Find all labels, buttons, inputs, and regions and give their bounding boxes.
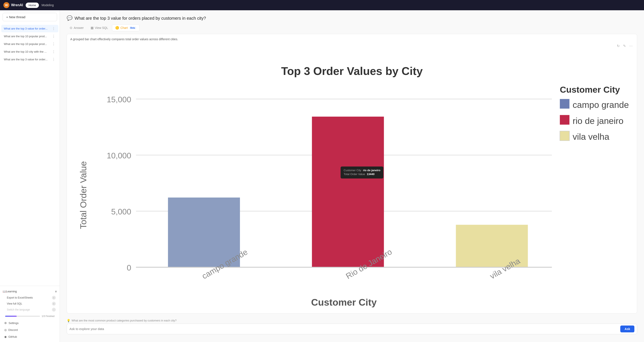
chart-svg: Top 3 Order Values by City Total Order V… [72, 51, 632, 307]
sidebar-top: + New thread [0, 10, 60, 24]
progress-text: 1/3 Finished [42, 315, 54, 317]
learning-item: Switch the language› [2, 307, 57, 313]
edit-button[interactable]: ✎ [622, 44, 627, 48]
discord-icon: ◎ [4, 328, 6, 331]
github-icon: ◉ [4, 335, 6, 338]
sql-icon: ▦ [90, 26, 94, 30]
tab-sql[interactable]: ▦ View SQL [88, 24, 111, 31]
sidebar-bottom: 📖 Learning ∨ Export to Excel/Sheets›View… [0, 286, 60, 342]
progress-bar-fill [5, 316, 17, 317]
svg-text:Customer City: Customer City [560, 85, 620, 95]
ask-bar-container: 💡 What are the most common product categ… [67, 316, 637, 337]
chart-description: A grouped bar chart effectively compares… [70, 38, 634, 41]
hint-icon: 💡 [67, 319, 70, 322]
modeling-nav-btn[interactable]: Modeling [42, 4, 54, 7]
learning-item[interactable]: Export to Excel/Sheets› [2, 295, 57, 301]
learning-arrow-icon: › [52, 302, 56, 306]
thread-item-text: What are the top 3 value for order... [4, 58, 52, 61]
learning-chevron-icon: ∨ [55, 290, 57, 293]
ask-button[interactable]: Ask [620, 325, 634, 332]
ask-bar: Ask [67, 323, 637, 334]
tab-answer[interactable]: ⊙ Answer [67, 24, 87, 31]
thread-item-text: What are the top 3 value for order... [4, 27, 52, 30]
thread-item[interactable]: What are the top 10 popular prod...⋮ [1, 40, 58, 48]
thread-item[interactable]: What are the top 10 popular prod...⋮ [1, 33, 58, 40]
logo-icon: W [4, 2, 10, 8]
chart-icon: 🟡 [115, 26, 119, 30]
main-layout: + New thread What are the top 3 value fo… [0, 10, 644, 342]
svg-text:campo grande: campo grande [573, 100, 629, 110]
svg-rect-19 [560, 131, 570, 141]
thread-item-text: What are the top 10 popular prod... [4, 35, 52, 38]
svg-text:Total Order Value: Total Order Value [78, 161, 88, 229]
thread-dots-icon[interactable]: ⋮ [52, 42, 56, 46]
progress-bar-bg [5, 316, 40, 317]
thread-list: What are the top 3 value for order...⋮Wh… [0, 24, 60, 286]
bar-rio [312, 117, 384, 267]
topnav: W WrenAI Home Modeling [0, 0, 644, 10]
learning-item[interactable]: View full SQL› [2, 301, 57, 307]
sidebar-item-settings[interactable]: ⚙ Settings [1, 320, 58, 326]
chart-card: A grouped bar chart effectively compares… [67, 34, 637, 313]
learning-arrow-icon: › [52, 308, 56, 312]
ask-input[interactable] [70, 327, 618, 331]
progress-bar-container: 1/3 Finished [2, 313, 57, 318]
svg-text:15,000: 15,000 [107, 95, 131, 104]
thread-item-text: What are the top 10 popular prod... [4, 42, 52, 46]
learning-item-label: View full SQL [7, 302, 22, 305]
svg-text:Top 3 Order Values by City: Top 3 Order Values by City [281, 65, 423, 77]
learning-header[interactable]: 📖 Learning ∨ [2, 289, 57, 294]
more-button[interactable]: ⋯ [628, 44, 634, 48]
tabs: ⊙ Answer ▦ View SQL 🟡 Chart Beta [67, 24, 637, 31]
learning-item-label: Export to Excel/Sheets [7, 296, 33, 299]
settings-label: Settings [8, 321, 18, 325]
thread-dots-icon[interactable]: ⋮ [52, 27, 56, 31]
svg-rect-15 [560, 99, 570, 109]
chart-area: Top 3 Order Values by City Total Order V… [70, 49, 634, 310]
svg-text:vila velha: vila velha [573, 132, 610, 142]
svg-text:10,000: 10,000 [107, 151, 131, 160]
thread-item-text: What are the top 10 city with the ... [4, 50, 52, 53]
thread-dots-icon[interactable]: ⋮ [52, 50, 56, 54]
learning-item-label: Switch the language [7, 308, 30, 311]
learning-arrow-icon: › [52, 296, 56, 300]
home-nav-btn[interactable]: Home [26, 3, 39, 8]
svg-text:0: 0 [127, 263, 131, 272]
question-icon: 💬 [67, 16, 72, 21]
sidebar-item-discord[interactable]: ◎ Discord [1, 326, 58, 333]
sidebar: + New thread What are the top 3 value fo… [0, 10, 60, 342]
discord-label: Discord [8, 328, 18, 331]
learning-items: Export to Excel/Sheets›View full SQL›Swi… [2, 294, 57, 313]
thread-item[interactable]: What are the top 3 value for order...⋮ [1, 56, 58, 63]
svg-text:rio de janeiro: rio de janeiro [573, 116, 624, 126]
logo-text: WrenAI [11, 3, 23, 7]
svg-rect-17 [560, 115, 570, 125]
settings-icon: ⚙ [4, 321, 7, 325]
tab-sql-label: View SQL [95, 26, 108, 30]
tab-chart[interactable]: 🟡 Chart Beta [112, 24, 140, 31]
thread-dots-icon[interactable]: ⋮ [52, 34, 56, 38]
question-title: What are the top 3 value for orders plac… [74, 16, 206, 21]
main-content: 💬 What are the top 3 value for orders pl… [60, 10, 644, 342]
thread-item[interactable]: What are the top 10 city with the ...⋮ [1, 48, 58, 55]
learning-icon: 📖 [2, 290, 6, 293]
learning-section: 📖 Learning ∨ Export to Excel/Sheets›View… [0, 288, 60, 319]
svg-text:5,000: 5,000 [111, 207, 131, 216]
thread-item[interactable]: What are the top 3 value for order...⋮ [1, 25, 58, 32]
refresh-button[interactable]: ↻ [616, 44, 620, 48]
beta-badge: Beta [129, 27, 136, 29]
learning-label: Learning [6, 290, 17, 293]
tab-chart-label: Chart [120, 26, 128, 30]
next-question-hint: What are the most common product categor… [72, 319, 176, 322]
chart-toolbar: ↻ ✎ ⋯ [70, 44, 634, 48]
tab-answer-label: Answer [74, 26, 84, 30]
github-label: GitHub [8, 335, 17, 338]
new-thread-button[interactable]: + New thread [2, 13, 57, 21]
sidebar-item-github[interactable]: ◉ GitHub [1, 333, 58, 340]
logo: W WrenAI [4, 2, 23, 8]
thread-dots-icon[interactable]: ⋮ [52, 57, 56, 61]
svg-text:Customer City: Customer City [311, 297, 377, 307]
answer-icon: ⊙ [70, 26, 72, 30]
question-header: 💬 What are the top 3 value for orders pl… [67, 16, 637, 21]
